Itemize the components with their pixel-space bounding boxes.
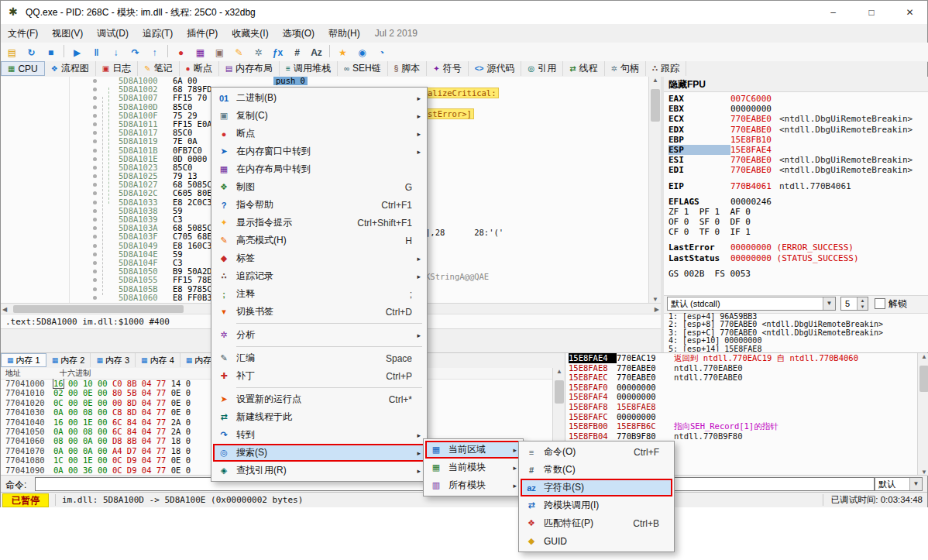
tab-script[interactable]: §脚本 — [388, 61, 428, 76]
menu-item-pattern[interactable]: ❖匹配特征(P)Ctrl+B — [521, 514, 672, 532]
menu-item-patch[interactable]: ✚补丁Ctrl+P — [213, 367, 425, 385]
stack-row[interactable]: 15E8FAFC00000000 — [565, 412, 917, 422]
scroll-right-icon[interactable]: ▶ — [655, 306, 659, 313]
breakpoint-dot[interactable] — [93, 105, 97, 109]
menu-item-set-new-origin[interactable]: ➤设置新的运行点Ctrl+* — [213, 390, 425, 408]
stack-row[interactable]: 15E8FAF400000000 — [565, 392, 917, 402]
asm-row[interactable]: 5D8A10006A 00push 0 — [1, 77, 648, 85]
stack-row[interactable]: 15E8FB0015E8FB6C指向SEH_Record[1]的指针 — [565, 421, 917, 431]
run-button[interactable]: ▶ — [67, 43, 87, 61]
register-row[interactable]: ESP15E8FAE4 — [664, 145, 928, 155]
breakpoint-dot[interactable] — [93, 139, 97, 143]
menu-item-guid[interactable]: ◆GUID — [521, 532, 672, 550]
register-row[interactable]: EAX007C6000 — [664, 94, 928, 104]
hide-fpu-button[interactable]: 隐藏FPU — [669, 79, 706, 90]
chevron-down-icon[interactable]: ▼ — [909, 478, 922, 490]
scroll-left-icon[interactable]: ◀ — [2, 306, 7, 313]
step-into-button[interactable]: ↓ — [106, 43, 125, 61]
menubar-item-4[interactable]: 插件(P) — [180, 24, 225, 43]
scroll-down-icon[interactable]: ▼ — [649, 296, 662, 303]
stack-row[interactable]: 15E8FAE8770EABE0ntdll.770EABE0 — [565, 363, 917, 373]
tab-memory-map[interactable]: ▤内存布局 — [219, 61, 280, 76]
scroll-thumb[interactable] — [13, 305, 184, 313]
menu-item-graph[interactable]: ❖制图G — [213, 178, 425, 196]
close-button[interactable]: ✕ — [892, 1, 927, 24]
register-row[interactable]: ZF 1 PF 1 AF 0 — [664, 207, 928, 217]
menubar-item-7[interactable]: 帮助(H) — [321, 24, 367, 43]
menu-item-command[interactable]: ≡命令(O)Ctrl+F — [521, 443, 672, 461]
menu-item-new-thread-here[interactable]: ⇄新建线程于此 — [213, 408, 425, 426]
favourites-button[interactable]: ★ — [333, 43, 352, 61]
strings-button[interactable]: Az — [307, 43, 326, 61]
stack-row[interactable]: 15E8FB04770B9F80ntdll.770B9F80 — [565, 431, 917, 441]
breakpoint-dot[interactable] — [93, 201, 97, 204]
argument-list[interactable]: 1: [esp+4] 96A59BB32: [esp+8] 770EABE0 <… — [664, 313, 928, 352]
menu-item-assemble[interactable]: ✎汇编Space — [213, 349, 425, 367]
menu-item-current-region[interactable]: ▦当前区域▸ — [425, 441, 521, 459]
breakpoint-dot[interactable] — [93, 114, 97, 118]
tab-references[interactable]: ◎引用 — [521, 61, 563, 76]
spinner-arrows-icon[interactable]: ▲▼ — [857, 297, 868, 310]
menu-item-toggle-bookmark[interactable]: ▾切换书签Ctrl+D — [213, 303, 425, 321]
pause-button[interactable]: ‖ — [87, 43, 106, 61]
register-row[interactable]: EBP15E8FB10 — [664, 135, 928, 145]
tab-notes[interactable]: ✎笔记 — [138, 61, 179, 76]
register-row[interactable]: EFLAGS00000246 — [664, 197, 928, 207]
breakpoint-button[interactable]: ● — [171, 43, 191, 61]
breakpoint-dot[interactable] — [93, 174, 97, 178]
argument-depth-spinner[interactable]: 5 ▲▼ — [840, 297, 868, 311]
register-row[interactable]: EDI770EABE0<ntdll.DbgUiRemoteBreakin> — [664, 165, 928, 175]
stack-row[interactable]: 15E8FAE4770EAC19返回到 ntdll.770EAC19 自 ntd… — [565, 353, 917, 363]
register-row[interactable]: CF 0 TF 0 IF 1 — [664, 227, 928, 237]
notes-button[interactable]: ✎ — [229, 43, 249, 61]
menu-item-instruction-help[interactable]: ?指令帮助Ctrl+F1 — [213, 196, 425, 214]
sphere-button[interactable]: ◉ — [352, 43, 372, 61]
breakpoint-dot[interactable] — [93, 191, 97, 195]
disassembly-vscrollbar[interactable]: ▲ ▼ — [648, 77, 662, 303]
menu-item-string-references[interactable]: az字符串(S) — [521, 479, 672, 496]
menu-item-trace-record[interactable]: ∴追踪记录▸ — [213, 267, 425, 285]
tab-seh[interactable]: ∞SEH链 — [338, 61, 388, 76]
functions-button[interactable]: ƒx — [268, 43, 287, 61]
menu-item-binary[interactable]: 01二进制(B)▸ — [213, 89, 425, 107]
menubar-item-2[interactable]: 调试(D) — [90, 24, 136, 43]
scroll-up-icon[interactable]: ▲ — [649, 77, 662, 84]
register-list[interactable]: EAX007C6000EBX00000000ECX770EABE0<ntdll.… — [664, 94, 928, 294]
scroll-thumb[interactable] — [919, 366, 928, 392]
tab-log[interactable]: ▣日志 — [96, 61, 138, 76]
register-row[interactable]: ECX770EABE0<ntdll.DbgUiRemoteBreakin> — [664, 114, 928, 124]
menubar-item-3[interactable]: 追踪(T) — [136, 24, 180, 43]
menu-item-breakpoint[interactable]: ●断点▸ — [213, 125, 425, 143]
chat-button[interactable]: ◔ — [372, 43, 391, 61]
menubar-item-6[interactable]: 选项(O) — [276, 24, 321, 43]
menu-item-goto[interactable]: ↷转到▸ — [213, 426, 425, 444]
scroll-up-icon[interactable]: ▲ — [553, 368, 565, 375]
execute-till-return-button[interactable]: ↑ — [145, 43, 164, 61]
register-row[interactable]: LastError00000000 (ERROR_SUCCESS) — [664, 242, 928, 253]
menu-item-find-references[interactable]: ◈查找引用(R)▸ — [213, 462, 425, 479]
breakpoint-dot[interactable] — [93, 209, 97, 213]
breakpoint-dot[interactable] — [93, 166, 97, 170]
breakpoint-dot[interactable] — [93, 296, 97, 300]
register-row[interactable]: EDX770EABE0<ntdll.DbgUiRemoteBreakin> — [664, 125, 928, 135]
menubar-item-1[interactable]: 视图(V) — [45, 24, 90, 43]
tab-symbols[interactable]: ✦符号 — [427, 61, 468, 76]
chevron-down-icon[interactable]: ▼ — [823, 297, 835, 310]
dump-tab-memory-3[interactable]: ▦内存 3 — [91, 353, 136, 367]
register-row[interactable]: EBX00000000 — [664, 104, 928, 114]
unlock-checkbox[interactable] — [875, 298, 885, 309]
stack-row[interactable]: 15E8FAF815E8FAE8 — [565, 402, 917, 412]
tab-cpu[interactable]: ▦CPU — [1, 61, 45, 76]
maximize-button[interactable]: □ — [854, 1, 889, 24]
step-over-button[interactable]: ↷ — [125, 43, 145, 61]
breakpoint-dot[interactable] — [93, 122, 97, 126]
menu-item-mnemonic-brief[interactable]: ✦显示指令提示Ctrl+Shift+F1 — [213, 214, 425, 232]
breakpoint-dot[interactable] — [93, 88, 97, 91]
menu-item-analysis[interactable]: ✲分析▸ — [213, 326, 425, 344]
breakpoint-dot[interactable] — [93, 131, 97, 135]
breakpoint-dot[interactable] — [93, 278, 97, 282]
breakpoint-dot[interactable] — [93, 235, 97, 239]
tab-call-stack[interactable]: ≡调用堆栈 — [280, 61, 338, 76]
dump-tab-memory-1[interactable]: ▦内存 1 — [1, 353, 46, 367]
stack-row[interactable]: 15E8FAEC770EABE0ntdll.770EABE0 — [565, 373, 917, 383]
